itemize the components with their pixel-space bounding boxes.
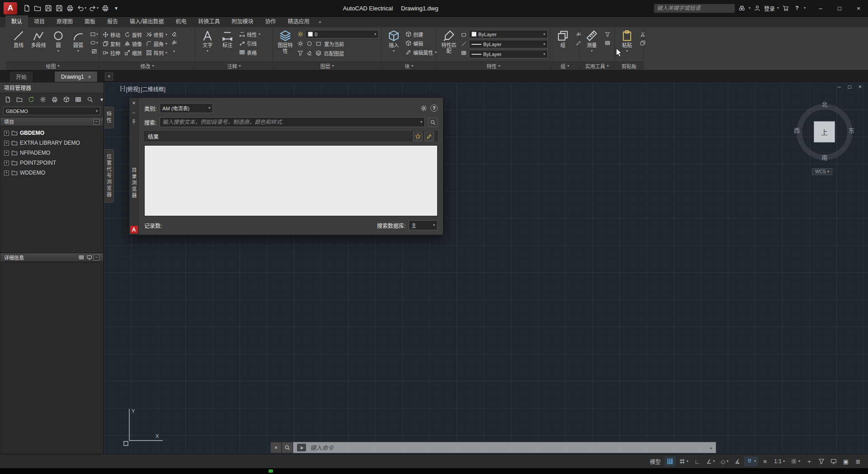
measure-button[interactable]: 测量 ▾	[582, 28, 602, 53]
make-current-button[interactable]: 置为当前	[323, 39, 345, 48]
layer-properties-button[interactable]: 图层特性	[275, 28, 295, 54]
erase-tool-button[interactable]	[170, 30, 178, 38]
project-item-nfpademo[interactable]: + NFPADEMO	[0, 148, 103, 158]
catalog-search-input[interactable]	[162, 119, 419, 125]
line-tool-button[interactable]: 直线	[9, 28, 28, 53]
ribbon-tab-schematic[interactable]: 原理图	[51, 15, 79, 27]
ribbon-tab-overflow-button[interactable]: ▾	[316, 18, 325, 27]
polyline-tool-button[interactable]: 多段线	[28, 28, 48, 53]
polar-tracking-toggle[interactable]: ∠ ▾	[704, 456, 717, 466]
catalog-close-button[interactable]: ×	[132, 100, 135, 106]
viewcube-west-label[interactable]: 西	[794, 126, 800, 134]
insert-block-button[interactable]: 插入 ▾	[384, 28, 404, 53]
drawing-close-button[interactable]: ×	[859, 84, 862, 90]
ribbon-tab-conversion-tools[interactable]: 转换工具	[192, 15, 226, 27]
arc-tool-button[interactable]: 圆弧 ▾	[68, 28, 88, 53]
signin-menu-icon[interactable]: ▾	[777, 6, 779, 10]
lineweight-combo[interactable]: ByLayer ▾	[469, 40, 548, 48]
ribbon-tab-default[interactable]: 默认	[5, 15, 28, 27]
quick-calculator-button[interactable]	[604, 39, 612, 47]
circle-tool-button[interactable]: 圆 ▾	[48, 28, 68, 53]
command-close-button[interactable]: ×	[270, 442, 282, 453]
project-item-point2point[interactable]: + POINT2POINT	[0, 158, 103, 168]
help-menu-icon[interactable]: ▾	[804, 6, 806, 10]
properties-palette-tab[interactable]: 特性	[104, 107, 114, 128]
layer-state-icon[interactable]	[296, 30, 304, 38]
linetype-combo[interactable]: ByLayer ▾	[469, 50, 548, 58]
trim-tool-button[interactable]: 修剪 ▾	[145, 30, 168, 39]
plot-publish-button[interactable]	[50, 95, 60, 104]
signin-button[interactable]: 登录	[764, 5, 775, 12]
visual-style-control[interactable]: [二维线框]	[141, 85, 165, 93]
tree-expander-icon[interactable]: +	[4, 141, 9, 146]
layer-lock-button[interactable]	[314, 40, 322, 47]
catalog-search-combo[interactable]: ▾	[160, 117, 425, 127]
edit-block-button[interactable]: 编辑	[405, 39, 438, 47]
minimize-button[interactable]: –	[811, 0, 830, 16]
project-item-wddemo[interactable]: + WDDEMO	[0, 168, 103, 178]
close-button[interactable]: ×	[849, 0, 868, 16]
array-tool-button[interactable]: 阵列 ▾	[145, 48, 168, 57]
ellipse-tool-button[interactable]: ▾	[90, 39, 98, 47]
new-drawing-tab-button[interactable]: +	[105, 72, 113, 81]
command-history-button[interactable]: ▴	[710, 445, 712, 450]
undo-button[interactable]: ▾	[76, 3, 87, 14]
cut-button[interactable]	[639, 30, 647, 38]
move-tool-button[interactable]: 移动	[102, 30, 121, 39]
drawing-restore-button[interactable]: □	[848, 84, 851, 90]
close-tab-icon[interactable]: ×	[88, 74, 91, 80]
viewcube-south-label[interactable]: 南	[793, 153, 856, 161]
save-as-button[interactable]	[54, 3, 64, 14]
new-file-button[interactable]	[22, 3, 32, 14]
ucs-icon[interactable]: Y X	[122, 406, 167, 447]
hatch-tool-button[interactable]	[90, 47, 98, 55]
dimension-tool-button[interactable]: 标注	[217, 28, 237, 53]
viewcube-north-label[interactable]: 北	[793, 100, 856, 108]
location-browser-palette-tab[interactable]: 位置代号浏览器	[104, 149, 114, 203]
tree-expander-icon[interactable]: +	[4, 151, 9, 156]
save-button[interactable]	[43, 3, 53, 14]
command-input-area[interactable]: > 键入命令 ▴	[293, 442, 716, 453]
viewcube-east-label[interactable]: 东	[849, 126, 854, 134]
linear-dim-button[interactable]: 线性 ▾	[238, 30, 261, 38]
mirror-tool-button[interactable]: 镜像	[123, 39, 143, 48]
view-orientation-control[interactable]: [俯视]	[126, 85, 140, 93]
edit-attributes-button[interactable]: 编辑属性 ▾	[405, 48, 438, 57]
catalog-pin-icon[interactable]	[131, 119, 137, 124]
results-area[interactable]	[144, 145, 438, 216]
plot-button[interactable]	[65, 3, 75, 14]
layer-isolate-button[interactable]	[296, 49, 304, 57]
ribbon-tab-io-data[interactable]: 输入/输出数据	[124, 15, 170, 27]
isometric-drafting-toggle[interactable]: ◇ ▾	[718, 456, 731, 466]
block-panel-title[interactable]: 块▾	[382, 62, 436, 70]
infocenter-search-button[interactable]	[737, 4, 746, 13]
graphics-performance-button[interactable]	[828, 456, 839, 466]
collapse-projects-button[interactable]: −	[94, 119, 99, 125]
catalog-search-button[interactable]	[428, 118, 438, 127]
rotate-tool-button[interactable]: 旋转	[123, 30, 143, 39]
fillet-tool-button[interactable]: 圆角 ▾	[145, 39, 168, 48]
modify-panel-title[interactable]: 修改▾	[99, 62, 195, 70]
file-tab-start[interactable]: 开始	[9, 71, 33, 82]
layer-select-combo[interactable]: 0 ▾	[305, 30, 379, 38]
explode-tool-button[interactable]	[170, 39, 178, 47]
layers-panel-title[interactable]: 图层▾	[273, 62, 381, 70]
catalog-autohide-button[interactable]: ⇔	[132, 110, 137, 115]
qat-customize-button[interactable]: ▾	[111, 3, 121, 14]
app-store-cart-button[interactable]	[781, 4, 790, 13]
utilities-panel-title[interactable]: 实用工具▾	[580, 62, 614, 70]
quick-select-button[interactable]	[604, 30, 612, 38]
text-tool-button[interactable]: 文字 ▾	[198, 28, 217, 53]
open-file-button[interactable]	[33, 3, 42, 14]
infocenter-search-input[interactable]	[657, 5, 732, 11]
annotation-scale-button[interactable]: 1:1 ▾	[772, 456, 787, 466]
layer-walk-button[interactable]	[314, 49, 322, 57]
stretch-tool-button[interactable]: 拉伸	[102, 48, 121, 57]
create-block-button[interactable]: 创建	[405, 30, 438, 38]
copy-clip-button[interactable]	[639, 39, 647, 47]
maximize-button[interactable]: □	[830, 0, 849, 16]
object-snap-toggle[interactable]: ▾	[744, 456, 758, 466]
object-snap-tracking-toggle[interactable]: ∡	[732, 456, 743, 466]
tree-expander-icon[interactable]: +	[4, 161, 9, 166]
isolate-objects-button[interactable]	[816, 456, 827, 466]
